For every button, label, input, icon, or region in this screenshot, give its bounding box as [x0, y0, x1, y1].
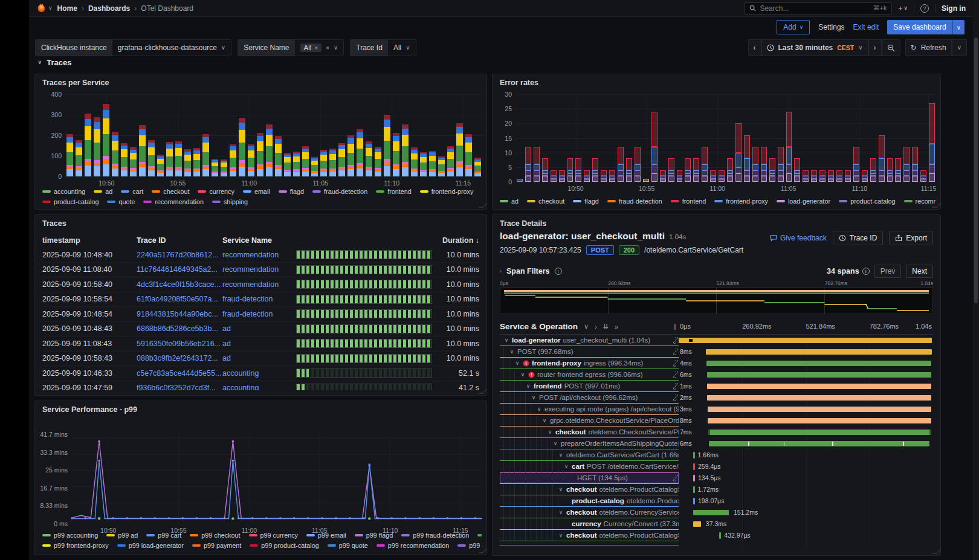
cell-trace-id-link[interactable]: 61f0ac49208f50e507a...	[137, 295, 222, 303]
span-row[interactable]: ∨!router frontend egress (996.06ms)6ms	[500, 369, 933, 381]
span-toggle-icon[interactable]: ∨	[552, 440, 558, 446]
legend-item[interactable]: ad	[500, 198, 519, 205]
zoom-out-button[interactable]	[882, 39, 900, 56]
service-name-chip[interactable]: All×	[300, 43, 322, 52]
table-row[interactable]: 2025-09-09 10:48:54918443815b44a90ebc...…	[42, 307, 479, 322]
legend-item[interactable]: frontend-proxy	[420, 188, 474, 195]
col-duration[interactable]: Duration ↓	[441, 236, 479, 245]
span-row[interactable]: ∨POST /api/checkout (996.62ms)2ms	[500, 392, 933, 404]
span-toggle-icon[interactable]: ∨	[531, 394, 537, 401]
span-timeline-cell[interactable]: 1.72ms	[679, 484, 933, 495]
span-timeline-cell[interactable]: 2ms	[679, 392, 933, 404]
span-toggle-icon[interactable]: ∨	[536, 406, 542, 412]
col-timestamp[interactable]: timestamp	[42, 236, 137, 245]
span-name-cell[interactable]: ∨grpc.oteldemo.CheckoutService/PlaceOrde…	[500, 415, 679, 426]
span-toggle-icon[interactable]: ∨	[520, 372, 526, 378]
save-options-caret[interactable]: ∨	[952, 20, 964, 34]
span-name-cell[interactable]: ∨load-generatoruser_checkout_multi (1.04…	[500, 335, 679, 346]
col-service-name[interactable]: Service Name	[222, 236, 296, 245]
legend-item[interactable]: load-generator	[777, 198, 830, 205]
legend-item[interactable]: p99 fraud-detection	[401, 532, 469, 539]
breadcrumb-dashboards[interactable]: Dashboards	[88, 4, 130, 13]
table-row[interactable]: 2025-09-09 10:48:436868b86d5286ce5b3b...…	[42, 322, 479, 337]
cell-service-link[interactable]: fraud-detection	[222, 295, 296, 303]
legend-item[interactable]: currency	[198, 188, 234, 195]
cell-trace-id-link[interactable]: 11c7644614649345a2...	[137, 265, 222, 274]
sign-in-button[interactable]: Sign in	[942, 4, 966, 13]
cell-service-link[interactable]: ad	[222, 354, 296, 362]
cell-service-link[interactable]: ad	[222, 324, 296, 333]
legend-item[interactable]: checkout	[527, 198, 564, 205]
legend-item[interactable]: p99 email	[306, 532, 346, 539]
span-toggle-icon[interactable]: ∨	[563, 463, 569, 469]
span-timeline-cell[interactable]: 3ms	[679, 404, 933, 415]
span-name-cell[interactable]: ∨checkoutoteldemo.ProductCatalogServ	[500, 530, 679, 541]
col-trace-id[interactable]: Trace ID	[137, 236, 222, 245]
legend-item[interactable]: product-catalog	[839, 198, 895, 205]
trace-id-select[interactable]: All∨	[388, 40, 416, 56]
span-name-cell[interactable]: ∨POST (997.68ms)	[500, 346, 679, 358]
cell-trace-id-link[interactable]: 088b3c9fb2ef2643172...	[137, 354, 222, 362]
span-toggle-icon[interactable]: ∨	[558, 486, 564, 492]
panel-title[interactable]: Traces	[42, 219, 66, 228]
span-name-cell[interactable]: currencyCurrency/Convert (37.3ms)	[500, 518, 679, 530]
span-timeline-cell[interactable]: 6ms	[679, 369, 933, 381]
legend-item[interactable]: p99 frontend-proxy	[42, 542, 109, 549]
span-row[interactable]: ∨checkoutoteldemo.CheckoutService/PlaceO…	[500, 426, 933, 438]
next-button[interactable]: Next	[906, 265, 933, 278]
legend-item[interactable]: recommendation	[143, 198, 203, 205]
span-name-cell[interactable]: HGET (134.5µs)	[500, 472, 679, 484]
span-timeline-cell[interactable]: 432.97µs	[679, 530, 933, 541]
span-name-cell[interactable]: ∨executing api route (pages) /api/checko…	[500, 404, 679, 415]
span-toggle-icon[interactable]: ∨	[547, 429, 553, 435]
legend-item[interactable]: fraud-detection	[607, 198, 662, 205]
span-toggle-icon[interactable]: ∨	[514, 360, 520, 366]
span-row[interactable]: ∨oteldemo.CartService/GetCart (1.66ms)1.…	[500, 449, 933, 461]
legend-item[interactable]: checkout	[152, 188, 189, 195]
cell-service-link[interactable]: accounting	[222, 384, 296, 390]
time-shift-forward-button[interactable]: ›	[868, 39, 882, 56]
remove-chip-icon[interactable]: ×	[314, 45, 318, 51]
legend-item[interactable]: shipping	[212, 198, 248, 205]
span-name-cell[interactable]: ∨POST /api/checkout (996.62ms)	[500, 392, 679, 404]
search-input[interactable]: Search... ⌘+k	[744, 2, 892, 14]
span-timeline-cell[interactable]: 7ms	[679, 426, 933, 438]
span-name-cell[interactable]: ∨!frontend-proxyingress (996.34ms)	[500, 358, 679, 369]
cell-service-link[interactable]: recommendation	[222, 251, 296, 259]
expand-icon[interactable]: ›	[500, 269, 502, 274]
legend-item[interactable]: ad	[94, 188, 112, 195]
panel-resize-handle[interactable]	[478, 549, 488, 553]
span-row[interactable]: ∨prepareOrderItemsAndShippingQuoteFrom6m…	[500, 438, 933, 449]
legend-item[interactable]: p99 recommendation	[376, 542, 449, 549]
span-row[interactable]: ∨executing api route (pages) /api/checko…	[500, 404, 933, 415]
span-toggle-icon[interactable]: ∨	[525, 383, 531, 389]
legend-item[interactable]: quote	[107, 198, 135, 205]
panel-title[interactable]: Service Performance - p99	[42, 405, 137, 414]
clickhouse-instance-select[interactable]: grafana-clickhouse-datasource∨	[112, 40, 231, 56]
exit-edit-button[interactable]: Exit edit	[853, 23, 879, 31]
table-row[interactable]: 2025-09-09 10:47:59f936b6c0f3252d7cd3f..…	[42, 381, 479, 391]
span-link-icon[interactable]	[672, 360, 679, 367]
legend-item[interactable]: email	[243, 188, 270, 195]
panel-title[interactable]: Traces per Service	[42, 79, 109, 87]
span-row[interactable]: HGET (134.5µs)134.5µs	[500, 472, 933, 484]
refresh-button[interactable]: ↻Refresh	[905, 39, 952, 56]
export-button[interactable]: Export	[889, 231, 933, 245]
cell-trace-id-link[interactable]: 4dc3f1c4ce0f15b3cace...	[137, 280, 222, 289]
cell-trace-id-link[interactable]: 2240a51767d20b8612...	[137, 251, 222, 259]
span-toggle-icon[interactable]: ∨	[558, 452, 564, 458]
span-link-icon[interactable]	[672, 475, 679, 481]
table-row[interactable]: 2025-09-09 10:58:5461f0ac49208f50e507a..…	[42, 292, 479, 307]
span-name-cell[interactable]: product-catalogoteldemo.ProductCa	[500, 495, 679, 507]
cell-trace-id-link[interactable]: 918443815b44a90ebc...	[137, 310, 222, 318]
legend-item[interactable]: cart	[121, 188, 143, 195]
span-row[interactable]: ∨checkoutoteldemo.CurrencyService/Co151.…	[500, 507, 933, 518]
span-name-cell[interactable]: ∨cartPOST /oteldemo.CartService/Get	[500, 461, 679, 472]
span-link-icon[interactable]	[672, 349, 679, 355]
span-row[interactable]: ∨checkoutoteldemo.ProductCatalogServ1.72…	[500, 484, 933, 495]
table-row[interactable]: 2025-09-09 10:48:402240a51767d20b8612...…	[42, 248, 479, 263]
span-name-cell[interactable]: ∨oteldemo.CartService/GetCart (1.66ms)	[500, 449, 679, 461]
page-scrollbar[interactable]	[973, 0, 979, 560]
span-row[interactable]: currencyCurrency/Convert (37.3ms)37.3ms	[500, 518, 933, 530]
span-row[interactable]: ∨!frontend-proxyingress (996.34ms)4ms	[500, 358, 933, 369]
